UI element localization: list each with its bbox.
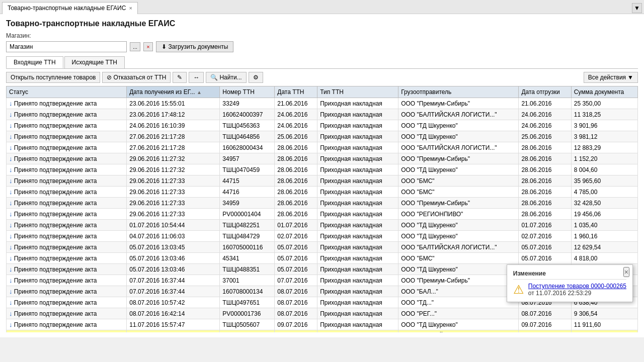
store-input[interactable] bbox=[6, 41, 127, 52]
processing-icon: ⊙ bbox=[9, 332, 15, 332]
col-ttn-type[interactable]: Тип ТТН bbox=[317, 86, 398, 98]
sender-cell: ООО "Премиум-Сибирь" bbox=[398, 198, 519, 209]
table-row[interactable]: ↓ Принято подтверждение акта08.07.2016 1… bbox=[7, 308, 638, 319]
col-ship-date[interactable]: Дата отгрузки bbox=[519, 86, 571, 98]
ttn-date-cell: 28.06.2016 bbox=[275, 175, 317, 187]
status-text: Принято подтверждение акта bbox=[14, 266, 97, 273]
status-cell: ↓ Принято подтверждение акта bbox=[7, 98, 127, 109]
ttn-date-cell: 02.07.2016 bbox=[275, 231, 317, 242]
ttn-number-cell: 44716 bbox=[220, 187, 275, 198]
settings-button[interactable]: ⚙ bbox=[249, 72, 263, 83]
table-row[interactable]: ↓ Принято подтверждение акта23.06.2016 1… bbox=[7, 109, 638, 120]
status-text: Принято подтверждение акта bbox=[14, 321, 97, 328]
sender-cell: ООО "БМС" bbox=[398, 253, 519, 264]
status-cell: ↓ Принято подтверждение акта bbox=[7, 253, 127, 264]
ttn-type-cell: Приходная накладная bbox=[317, 231, 398, 242]
amount-cell: 11 318,25 bbox=[571, 109, 637, 120]
table-row[interactable]: ↓ Принято подтверждение акта05.07.2016 1… bbox=[7, 253, 638, 264]
dropdown-arrow-icon: ▼ bbox=[627, 74, 633, 81]
ttn-type-cell: Приходная накладная bbox=[317, 175, 398, 187]
all-actions-label: Все действия bbox=[588, 74, 626, 81]
table-row[interactable]: ↓ Принято подтверждение акта29.06.2016 1… bbox=[7, 187, 638, 198]
table-row[interactable]: ⊙ Обрабатывается11.07.2016 22:02:4716071… bbox=[7, 330, 638, 333]
table-row[interactable]: ↓ Принято подтверждение акта04.07.2016 1… bbox=[7, 231, 638, 242]
status-cell: ↓ Принято подтверждение акта bbox=[7, 319, 127, 330]
ship-date-cell: 05.07.2016 bbox=[519, 242, 571, 253]
table-row[interactable]: ↓ Принято подтверждение акта23.06.2016 1… bbox=[7, 98, 638, 109]
main-tab[interactable]: Товарно-транспортные накладные ЕГАИС × bbox=[2, 2, 138, 14]
table-row[interactable]: ↓ Принято подтверждение акта29.06.2016 1… bbox=[7, 153, 638, 164]
sub-tabs: Входящие ТТН Исходящие ТТН bbox=[6, 56, 638, 69]
amount-cell: 9 306,54 bbox=[571, 308, 637, 319]
col-date-egais[interactable]: Дата получения из ЕГ... ▲ bbox=[127, 86, 220, 98]
popup-document-link[interactable]: Поступление товаров 0000-000265 bbox=[528, 283, 626, 290]
ttn-type-cell: Приходная накладная bbox=[317, 286, 398, 297]
table-row[interactable]: ↓ Принято подтверждение акта11.07.2016 1… bbox=[7, 319, 638, 330]
amount-cell: 12 883,29 bbox=[571, 142, 637, 153]
edit-button[interactable]: ✎ bbox=[173, 72, 187, 83]
ttn-type-cell: Приходная накладная bbox=[317, 153, 398, 164]
ttn-number-cell: 160712000392 bbox=[220, 330, 275, 333]
sender-cell: ООО "ТД..." bbox=[398, 297, 519, 308]
col-status[interactable]: Статус bbox=[7, 86, 127, 98]
amount-cell: 32 428,50 bbox=[571, 198, 637, 209]
find-button[interactable]: 🔍 Найти... bbox=[206, 72, 246, 83]
col-ttn-date[interactable]: Дата ТТН bbox=[275, 86, 317, 98]
status-icon: ↓ bbox=[9, 199, 13, 207]
tab-close-button[interactable]: × bbox=[129, 5, 132, 11]
ttn-number-cell: 45341 bbox=[220, 253, 275, 264]
ttn-type-cell: Приходная накладная bbox=[317, 209, 398, 220]
exchange-button[interactable]: ↔ bbox=[189, 72, 204, 83]
table-row[interactable]: ↓ Принято подтверждение акта24.06.2016 1… bbox=[7, 120, 638, 131]
reject-ttn-button[interactable]: ⊘ Отказаться от ТТН bbox=[102, 72, 171, 83]
status-text: Принято подтверждение акта bbox=[14, 166, 97, 173]
amount-cell: 1 960,16 bbox=[571, 231, 637, 242]
load-btn-label: Загрузить документы bbox=[169, 43, 228, 50]
table-row[interactable]: ↓ Принято подтверждение акта29.06.2016 1… bbox=[7, 198, 638, 209]
status-icon: ↓ bbox=[9, 254, 13, 262]
ship-date-cell: 01.07.2016 bbox=[519, 220, 571, 231]
amount-cell: 1 035,40 bbox=[571, 220, 637, 231]
load-documents-button[interactable]: ⬇ Загрузить документы bbox=[156, 41, 234, 52]
table-row[interactable]: ↓ Принято подтверждение акта05.07.2016 1… bbox=[7, 242, 638, 253]
ttn-date-cell: 08.07.2016 bbox=[275, 308, 317, 319]
sender-cell: ООО "ТД Шкуренко" bbox=[398, 231, 519, 242]
all-actions-button[interactable]: Все действия ▼ bbox=[584, 72, 638, 83]
col-amount[interactable]: Сумма документа bbox=[571, 86, 637, 98]
table-container: Статус Дата получения из ЕГ... ▲ Номер Т… bbox=[6, 86, 638, 332]
date-egais-cell: 04.07.2016 11:06:03 bbox=[127, 231, 220, 242]
col-sender[interactable]: Грузоотправитель bbox=[398, 86, 519, 98]
popup-warning-icon: ⚠ bbox=[513, 283, 524, 297]
table-row[interactable]: ↓ Принято подтверждение акта29.06.2016 1… bbox=[7, 209, 638, 220]
col-ttn-number[interactable]: Номер ТТН bbox=[220, 86, 275, 98]
status-text: Принято подтверждение акта bbox=[14, 100, 97, 107]
table-row[interactable]: ↓ Принято подтверждение акта27.06.2016 2… bbox=[7, 131, 638, 142]
status-icon: ↓ bbox=[9, 221, 13, 229]
ttn-number-cell: ТШЦ0484729 bbox=[220, 231, 275, 242]
ttn-date-cell: 09.07.2016 bbox=[275, 319, 317, 330]
tab-incoming-ttn[interactable]: Входящие ТТН bbox=[6, 56, 63, 68]
tab-outgoing-ttn[interactable]: Исходящие ТТН bbox=[64, 56, 125, 68]
date-egais-cell: 27.06.2016 21:17:28 bbox=[127, 142, 220, 153]
store-clear-button[interactable]: × bbox=[143, 42, 152, 51]
amount-cell: 4 818,00 bbox=[571, 253, 637, 264]
ttn-type-cell: Приходная накладная bbox=[317, 109, 398, 120]
popup-close-button[interactable]: × bbox=[623, 267, 629, 277]
status-cell: ↓ Принято подтверждение акта bbox=[7, 109, 127, 120]
ttn-number-cell: ТШЦ0470459 bbox=[220, 164, 275, 175]
status-icon: ↓ bbox=[9, 122, 13, 129]
table-row[interactable]: ↓ Принято подтверждение акта01.07.2016 1… bbox=[7, 220, 638, 231]
popup-details: от 11.07.2016 22:53:29 bbox=[528, 290, 591, 297]
table-row[interactable]: ↓ Принято подтверждение акта27.06.2016 2… bbox=[7, 142, 638, 153]
ttn-number-cell: ТШЦ0488351 bbox=[220, 264, 275, 275]
store-browse-button[interactable]: ... bbox=[130, 42, 140, 51]
table-row[interactable]: ↓ Принято подтверждение акта29.06.2016 1… bbox=[7, 164, 638, 175]
main-content: Товарно-транспортные накладные ЕГАИС Маг… bbox=[0, 14, 644, 337]
ttn-type-cell: Приходная накладная bbox=[317, 164, 398, 175]
ttn-type-cell: Приходная накладная bbox=[317, 275, 398, 286]
open-receipt-button[interactable]: Открыть поступление товаров bbox=[6, 72, 100, 83]
table-row[interactable]: ↓ Принято подтверждение акта29.06.2016 1… bbox=[7, 175, 638, 187]
tab-dropdown-button[interactable]: ▼ bbox=[632, 3, 642, 13]
ttn-type-cell: Приходная накладная bbox=[317, 187, 398, 198]
ttn-type-cell: Приходная накладная bbox=[317, 308, 398, 319]
